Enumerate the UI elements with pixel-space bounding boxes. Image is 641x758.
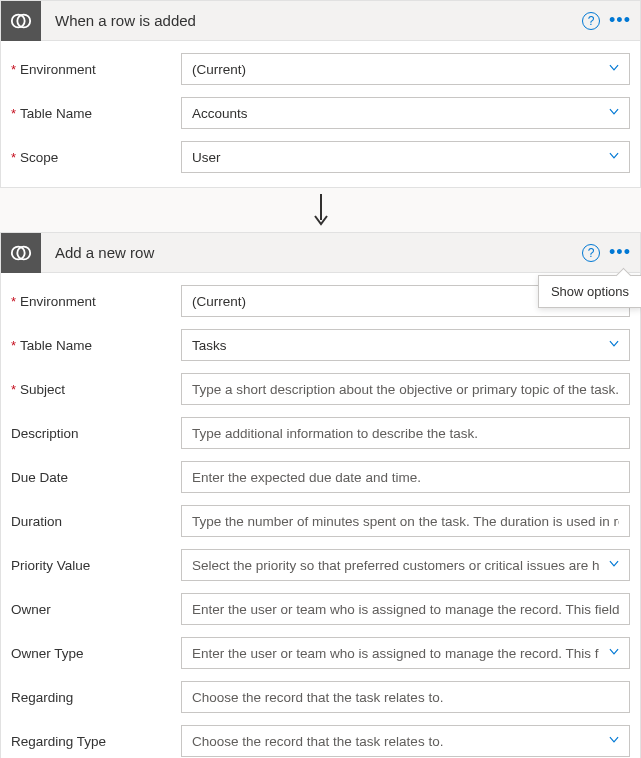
placeholder-duration: Type the number of minutes spent on the … — [192, 514, 619, 529]
chevron-down-icon[interactable] — [607, 645, 621, 662]
action-body: *Environment (Current) *Table Name Tasks… — [1, 273, 640, 758]
field-table-name: *Table Name Accounts — [11, 97, 630, 129]
chevron-down-icon[interactable] — [607, 105, 621, 122]
label-table-name: *Table Name — [11, 106, 181, 121]
more-tooltip: Show options — [538, 275, 641, 308]
placeholder-regarding-type: Choose the record that the task relates … — [192, 734, 599, 749]
placeholder-subject: Type a short description about the objec… — [192, 382, 619, 397]
field-description: Description Type additional information … — [11, 417, 630, 449]
input-owner-type[interactable]: Enter the user or team who is assigned t… — [181, 637, 630, 669]
placeholder-due-date: Enter the expected due date and time. — [192, 470, 421, 485]
label-description: Description — [11, 426, 181, 441]
placeholder-regarding: Choose the record that the task relates … — [192, 690, 443, 705]
field-priority-value: Priority Value Select the priority so th… — [11, 549, 630, 581]
chevron-down-icon[interactable] — [607, 557, 621, 574]
field-regarding-type: Regarding Type Choose the record that th… — [11, 725, 630, 757]
label-duration: Duration — [11, 514, 181, 529]
input-regarding-type[interactable]: Choose the record that the task relates … — [181, 725, 630, 757]
placeholder-owner: Enter the user or team who is assigned t… — [192, 602, 619, 617]
field-duration: Duration Type the number of minutes spen… — [11, 505, 630, 537]
trigger-card: When a row is added ? ••• *Environment (… — [0, 0, 641, 188]
input-environment[interactable]: (Current) — [181, 53, 630, 85]
help-icon[interactable]: ? — [582, 244, 600, 262]
label-priority-value: Priority Value — [11, 558, 181, 573]
input-priority-value[interactable]: Select the priority so that preferred cu… — [181, 549, 630, 581]
field-subject: *Subject Type a short description about … — [11, 373, 630, 405]
value-environment: (Current) — [192, 62, 246, 77]
help-icon[interactable]: ? — [582, 12, 600, 30]
value-table-name: Accounts — [192, 106, 248, 121]
input-subject[interactable]: Type a short description about the objec… — [181, 373, 630, 405]
label-table-name: *Table Name — [11, 338, 181, 353]
input-due-date[interactable]: Enter the expected due date and time. — [181, 461, 630, 493]
label-regarding-type: Regarding Type — [11, 734, 181, 749]
more-icon[interactable]: ••• — [608, 9, 632, 33]
value-scope: User — [192, 150, 221, 165]
placeholder-description: Type additional information to describe … — [192, 426, 478, 441]
action-header[interactable]: Add a new row ? ••• Show options — [1, 233, 640, 273]
input-description[interactable]: Type additional information to describe … — [181, 417, 630, 449]
flow-arrow — [0, 188, 641, 232]
label-environment: *Environment — [11, 294, 181, 309]
placeholder-priority-value: Select the priority so that preferred cu… — [192, 558, 599, 573]
input-table-name[interactable]: Tasks — [181, 329, 630, 361]
chevron-down-icon[interactable] — [607, 733, 621, 750]
label-due-date: Due Date — [11, 470, 181, 485]
dataverse-icon — [1, 1, 41, 41]
value-environment: (Current) — [192, 294, 246, 309]
field-table-name: *Table Name Tasks — [11, 329, 630, 361]
field-owner: Owner Enter the user or team who is assi… — [11, 593, 630, 625]
chevron-down-icon[interactable] — [607, 149, 621, 166]
value-table-name: Tasks — [192, 338, 227, 353]
action-title: Add a new row — [41, 244, 582, 261]
label-subject: *Subject — [11, 382, 181, 397]
trigger-title: When a row is added — [41, 12, 582, 29]
trigger-body: *Environment (Current) *Table Name Accou… — [1, 41, 640, 187]
input-duration[interactable]: Type the number of minutes spent on the … — [181, 505, 630, 537]
chevron-down-icon[interactable] — [607, 61, 621, 78]
label-owner: Owner — [11, 602, 181, 617]
dataverse-icon — [1, 233, 41, 273]
label-environment: *Environment — [11, 62, 181, 77]
placeholder-owner-type: Enter the user or team who is assigned t… — [192, 646, 599, 661]
field-scope: *Scope User — [11, 141, 630, 173]
field-environment: *Environment (Current) — [11, 53, 630, 85]
field-due-date: Due Date Enter the expected due date and… — [11, 461, 630, 493]
input-table-name[interactable]: Accounts — [181, 97, 630, 129]
more-icon[interactable]: ••• — [608, 241, 632, 265]
field-regarding: Regarding Choose the record that the tas… — [11, 681, 630, 713]
action-card: Add a new row ? ••• Show options *Enviro… — [0, 232, 641, 758]
field-owner-type: Owner Type Enter the user or team who is… — [11, 637, 630, 669]
chevron-down-icon[interactable] — [607, 337, 621, 354]
label-regarding: Regarding — [11, 690, 181, 705]
trigger-header[interactable]: When a row is added ? ••• — [1, 1, 640, 41]
label-owner-type: Owner Type — [11, 646, 181, 661]
input-scope[interactable]: User — [181, 141, 630, 173]
label-scope: *Scope — [11, 150, 181, 165]
input-regarding[interactable]: Choose the record that the task relates … — [181, 681, 630, 713]
input-owner[interactable]: Enter the user or team who is assigned t… — [181, 593, 630, 625]
